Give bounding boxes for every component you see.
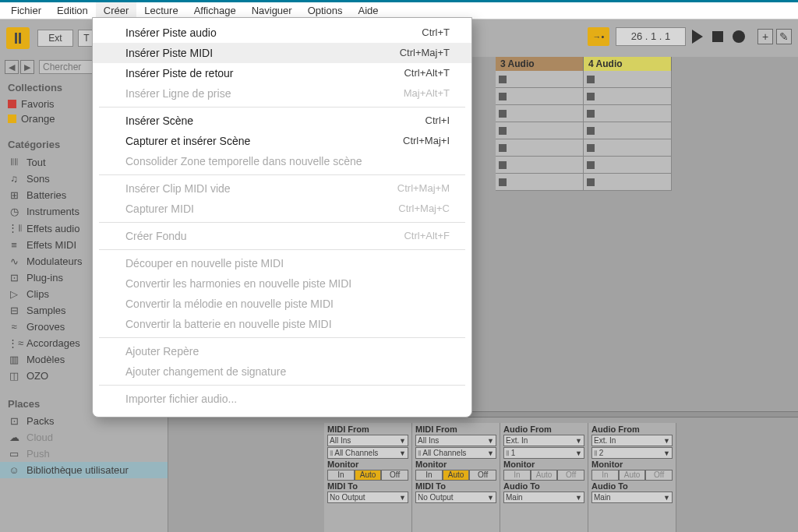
menu-item: Insérer Clip MIDI videCtrl+Maj+M: [93, 178, 471, 199]
menu-edition[interactable]: Edition: [49, 2, 96, 19]
stop-icon: [499, 144, 507, 152]
clip-slot[interactable]: [584, 71, 672, 88]
menu-item[interactable]: Insérer Piste de retourCtrl+Alt+T: [93, 63, 471, 83]
monitor-off[interactable]: Off: [381, 470, 408, 481]
play-button[interactable]: [692, 30, 703, 44]
monitor-auto[interactable]: Auto: [443, 470, 470, 481]
menu-item: Capturer MIDICtrl+Maj+C: [93, 199, 471, 219]
session-view-toggle[interactable]: [6, 27, 30, 49]
menu-item[interactable]: Capturer et insérer ScèneCtrl+Maj+I: [93, 131, 471, 151]
clip-slot[interactable]: [496, 174, 584, 191]
io-selector[interactable]: All Ins▼: [415, 435, 496, 446]
monitor-label: Monitor: [591, 460, 673, 469]
stop-button[interactable]: [712, 31, 723, 42]
io-selector[interactable]: No Output▼: [327, 491, 408, 503]
nav-fwd-button[interactable]: ▶: [20, 60, 34, 74]
clip-slot[interactable]: [584, 122, 672, 139]
clip-slot[interactable]: [584, 157, 672, 174]
menu-item: Convertir la mélodie en nouvelle piste M…: [93, 294, 471, 314]
place-item[interactable]: ☁Cloud: [0, 429, 168, 446]
monitor-label: Monitor: [503, 460, 584, 469]
place-item[interactable]: ☺Bibliothèque utilisateur: [0, 462, 168, 478]
io-from-label: MIDI From: [327, 425, 408, 434]
record-button[interactable]: [733, 30, 745, 43]
mixer-column: Audio FromExt. In▼⦀ 2▼Monitor In Auto Of…: [588, 423, 676, 532]
monitor-label: Monitor: [327, 460, 408, 469]
stop-icon: [587, 161, 595, 169]
arrangement-position[interactable]: 26 . 1 . 1: [616, 27, 686, 46]
menu-item[interactable]: Insérer Piste audioCtrl+T: [93, 23, 471, 43]
ext-sync-box[interactable]: Ext: [37, 30, 73, 47]
monitor-in[interactable]: In: [327, 470, 355, 481]
menu-item: Convertir les harmonies en nouvelle pist…: [93, 273, 471, 294]
monitor-label: Monitor: [415, 460, 496, 469]
clip-slot[interactable]: [584, 105, 672, 122]
io-to-label: MIDI To: [327, 481, 408, 491]
stop-icon: [587, 127, 595, 135]
track-header[interactable]: 3 Audio: [496, 57, 584, 71]
clip-slot[interactable]: [496, 139, 584, 157]
menu-item[interactable]: Insérer ScèneCtrl+I: [93, 111, 471, 131]
io-selector[interactable]: Ext. In▼: [591, 435, 673, 446]
clip-slot[interactable]: [496, 157, 584, 174]
menu-item[interactable]: Insérer Piste MIDICtrl+Maj+T: [93, 43, 471, 63]
clip-slot[interactable]: [584, 88, 672, 105]
stop-icon: [587, 76, 595, 83]
menu-item: Créer FonduCtrl+Alt+F: [93, 226, 471, 246]
io-selector[interactable]: ⦀ All Channels▼: [415, 447, 496, 459]
clip-slot[interactable]: [496, 105, 584, 122]
nav-back-button[interactable]: ◀: [5, 60, 19, 74]
io-selector[interactable]: ⦀ All Channels▼: [327, 447, 408, 459]
stop-icon: [587, 144, 595, 152]
io-to-label: Audio To: [591, 481, 673, 491]
stop-icon: [499, 110, 507, 118]
monitor-auto[interactable]: Auto: [619, 470, 646, 481]
automation-arm-button[interactable]: ✎: [776, 29, 792, 44]
io-from-label: Audio From: [503, 425, 584, 434]
monitor-in[interactable]: In: [591, 470, 619, 481]
stop-icon: [499, 76, 507, 83]
stop-icon: [587, 93, 595, 100]
io-to-label: Audio To: [503, 481, 584, 491]
stop-icon: [499, 178, 507, 186]
menu-item: Insérer Ligne de priseMaj+Alt+T: [93, 83, 471, 104]
io-selector[interactable]: No Output▼: [415, 491, 496, 503]
mixer-column: MIDI FromAll Ins▼⦀ All Channels▼Monitor …: [324, 423, 412, 532]
monitor-off[interactable]: Off: [557, 470, 584, 481]
stop-icon: [587, 178, 595, 186]
io-selector[interactable]: ⦀ 1▼: [503, 447, 584, 459]
monitor-auto[interactable]: Auto: [355, 470, 382, 481]
monitor-auto[interactable]: Auto: [531, 470, 558, 481]
clip-slot[interactable]: [584, 174, 672, 191]
track-header[interactable]: 4 Audio: [584, 57, 672, 71]
clip-slot[interactable]: [496, 122, 584, 139]
mixer-column: MIDI FromAll Ins▼⦀ All Channels▼Monitor …: [412, 423, 500, 532]
create-menu-dropdown: Insérer Piste audioCtrl+TInsérer Piste M…: [92, 17, 472, 417]
new-clip-button[interactable]: +: [757, 29, 773, 44]
io-selector[interactable]: Ext. In▼: [503, 435, 584, 446]
io-selector[interactable]: Main▼: [591, 491, 673, 503]
io-from-label: MIDI From: [415, 425, 496, 434]
clip-slot[interactable]: [496, 71, 584, 88]
monitor-off[interactable]: Off: [645, 470, 673, 481]
io-to-label: MIDI To: [415, 481, 496, 491]
stop-icon: [499, 127, 507, 135]
menu-item: Découper en nouvelle piste MIDI: [93, 253, 471, 273]
midi-key-button[interactable]: →•: [588, 27, 609, 46]
menu-fichier[interactable]: Fichier: [3, 2, 49, 19]
io-from-label: Audio From: [591, 425, 673, 434]
clip-slot[interactable]: [584, 139, 672, 157]
menu-item: Consolider Zone temporelle dans nouvelle…: [93, 151, 471, 171]
io-selector[interactable]: All Ins▼: [327, 435, 408, 446]
monitor-in[interactable]: In: [415, 470, 443, 481]
monitor-off[interactable]: Off: [469, 470, 496, 481]
monitor-in[interactable]: In: [503, 470, 531, 481]
menu-item: Convertir la batterie en nouvelle piste …: [93, 314, 471, 334]
stop-icon: [499, 93, 507, 100]
clip-slot[interactable]: [496, 88, 584, 105]
stop-icon: [499, 161, 507, 169]
place-item[interactable]: ▭Push: [0, 446, 168, 462]
io-selector[interactable]: ⦀ 2▼: [591, 447, 673, 459]
io-selector[interactable]: Main▼: [503, 491, 584, 503]
menu-item: Ajouter Repère: [93, 341, 471, 361]
